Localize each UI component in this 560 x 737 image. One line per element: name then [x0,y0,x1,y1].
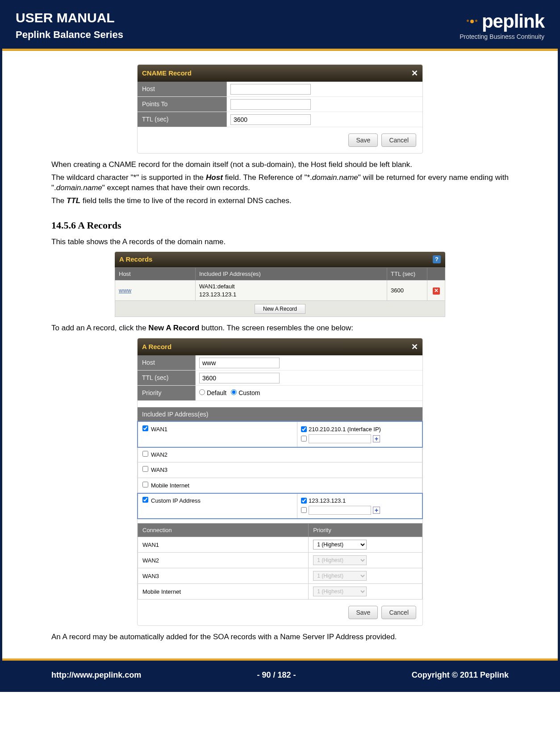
plus-icon[interactable]: + [373,435,380,442]
section-heading: 14.5.6 A Records [51,219,509,232]
help-icon[interactable]: ? [433,255,441,263]
priority-default-radio[interactable]: Default [199,389,226,397]
wan2-label: WAN2 [151,451,167,459]
paragraph: The TTL field tells the time to live of … [51,196,509,206]
footer-url: http://www.peplink.com [51,670,141,680]
cname-panel-title: CNAME Record [142,69,192,78]
a-record-ttl: 3600 [387,280,427,301]
close-icon[interactable]: ✕ [411,68,418,79]
custom-ip-extra-checkbox[interactable] [301,507,307,513]
logo-tagline: Protecting Business Continuity [460,33,544,40]
prio-header: Priority [309,523,422,537]
cname-ttl-label: TTL (sec) [138,112,227,127]
logo-text: peplink [482,11,544,32]
cancel-button[interactable]: Cancel [381,133,416,147]
plus-icon[interactable]: + [373,507,380,514]
cname-host-input[interactable] [230,84,311,95]
a-record-panel: A Record ✕ Host TTL (sec) Priority Defau… [137,338,423,626]
save-button[interactable]: Save [348,133,378,147]
paragraph: To add an A record, click the New A Reco… [51,323,509,333]
table-row: WAN11 (Highest) [138,537,422,553]
cname-record-panel: CNAME Record ✕ Host Points To TTL (sec) … [137,64,423,154]
mobile-label: Mobile Internet [151,482,189,490]
priority-custom-radio[interactable]: Custom [231,389,260,397]
paragraph: This table shows the A records of the do… [51,237,509,247]
a-records-title: A Records [119,255,152,264]
ar-ttl-label: TTL (sec) [138,371,196,385]
page-content: CNAME Record ✕ Host Points To TTL (sec) … [2,51,558,658]
a-record-ip: WAN1:default 123.123.123.1 [196,280,387,301]
a-record-panel-title: A Record [142,342,171,351]
new-a-record-button[interactable]: New A Record [255,304,305,314]
custom-ip-extra-input[interactable] [309,506,371,515]
col-ip: Included IP Address(es) [196,267,387,280]
conn-header: Connection [138,523,309,537]
doc-header: USER MANUAL Peplink Balance Series pepli… [2,2,558,49]
table-row: WAN21 (Highest) [138,553,422,568]
wan3-priority-select: 1 (Highest) [313,571,367,581]
paragraph: The wildcard character "*" is supported … [51,173,509,193]
wan1-priority-select[interactable]: 1 (Highest) [313,540,367,550]
paragraph: An A record may be automatically added f… [51,632,509,642]
wan1-extra-input[interactable] [309,434,371,443]
mobile-checkbox[interactable] [142,482,148,487]
col-action [427,267,445,280]
ar-priority-label: Priority [138,386,196,400]
wan1-ip-checkbox[interactable] [301,426,307,432]
footer-copyright: Copyright © 2011 Peplink [412,670,509,680]
doc-footer: http://www.peplink.com - 90 / 182 - Copy… [2,661,558,690]
wan1-extra-checkbox[interactable] [301,436,307,441]
cname-ttl-input[interactable] [230,114,311,125]
a-record-host-link[interactable]: www [119,287,131,294]
wan1-checkbox[interactable] [142,425,148,431]
doc-title: USER MANUAL [16,10,123,25]
custom-ip1-checkbox[interactable] [301,498,307,504]
ar-host-input[interactable] [199,358,280,368]
col-ttl: TTL (sec) [387,267,427,280]
logo: peplink Protecting Business Continuity [460,11,544,40]
doc-subtitle: Peplink Balance Series [16,29,123,41]
ar-ttl-input[interactable] [199,373,280,383]
custom-ip-checkbox[interactable] [142,497,148,503]
included-ip-header: Included IP Address(es) [138,407,422,421]
delete-icon[interactable]: ✕ [433,287,440,295]
cname-points-label: Points To [138,97,227,112]
table-row: Mobile Internet1 (Highest) [138,584,422,600]
wan1-label: WAN1 [151,425,167,433]
mobile-priority-select: 1 (Highest) [313,587,367,596]
table-row: www WAN1:default 123.123.123.1 3600 ✕ [115,280,445,301]
custom-ip-label: Custom IP Address [151,497,201,505]
save-button[interactable]: Save [348,606,378,619]
cancel-button[interactable]: Cancel [381,606,416,619]
table-row: WAN31 (Highest) [138,568,422,584]
footer-page: - 90 / 182 - [257,670,296,680]
close-icon[interactable]: ✕ [411,341,418,352]
col-host: Host [115,267,196,280]
wan3-checkbox[interactable] [142,466,148,472]
wan1-ip-text: 210.210.210.1 (Interface IP) [309,425,381,433]
wan2-priority-select: 1 (Highest) [313,555,367,565]
a-records-table: A Records ? Host Included IP Address(es)… [115,252,445,317]
cname-host-label: Host [138,82,227,96]
logo-dots-icon [467,20,477,23]
paragraph: When creating a CNAME record for the dom… [51,160,509,170]
wan3-label: WAN3 [151,466,167,474]
ar-host-label: Host [138,355,196,370]
wan2-checkbox[interactable] [142,451,148,457]
cname-points-input[interactable] [230,99,311,110]
custom-ip1-text: 123.123.123.1 [309,497,346,505]
